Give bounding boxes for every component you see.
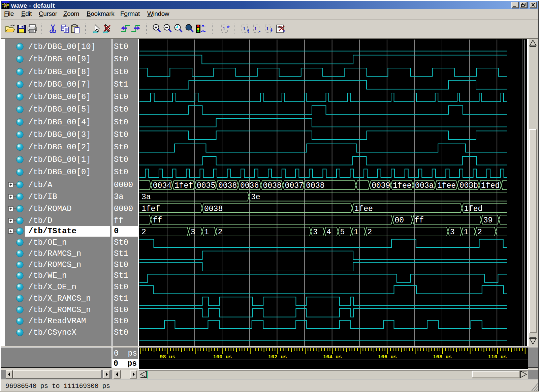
- svg-text:0035: 0035: [197, 181, 215, 190]
- svg-text:98 us: 98 us: [160, 354, 176, 360]
- svg-text:1fef: 1fef: [141, 205, 160, 213]
- svg-text:1fee: 1fee: [354, 205, 373, 213]
- svg-text:1fee: 1fee: [437, 181, 456, 190]
- svg-text:3: 3: [450, 228, 455, 237]
- svg-text:0036: 0036: [240, 181, 259, 190]
- svg-text:1: 1: [266, 26, 268, 31]
- svg-text:ff: ff: [414, 216, 424, 225]
- svg-text:003b: 003b: [459, 181, 478, 190]
- svg-text:0034: 0034: [153, 181, 171, 190]
- svg-text:0038: 0038: [263, 181, 282, 190]
- svg-text:0038: 0038: [218, 181, 237, 190]
- svg-text:0037: 0037: [285, 181, 304, 190]
- svg-text:3: 3: [313, 228, 318, 237]
- svg-text:1fee: 1fee: [393, 181, 411, 190]
- svg-text:104 us: 104 us: [323, 354, 342, 360]
- svg-text:2: 2: [141, 228, 146, 237]
- svg-text:100 us: 100 us: [213, 354, 232, 360]
- svg-text:0038: 0038: [204, 205, 223, 213]
- svg-text:1: 1: [254, 26, 257, 31]
- svg-text:1fed: 1fed: [464, 205, 482, 213]
- svg-text:4: 4: [326, 228, 331, 237]
- svg-text:1: 1: [204, 228, 209, 237]
- svg-text:3a: 3a: [141, 193, 151, 202]
- svg-text:110 us: 110 us: [488, 354, 507, 360]
- svg-text:2: 2: [477, 228, 482, 237]
- svg-text:1: 1: [464, 228, 468, 237]
- svg-text:2: 2: [218, 228, 222, 237]
- svg-text:1fef: 1fef: [175, 181, 193, 190]
- svg-text:003a: 003a: [415, 181, 434, 190]
- svg-text:1: 1: [243, 26, 245, 31]
- svg-text:102 us: 102 us: [268, 354, 287, 360]
- svg-text:00: 00: [394, 216, 404, 225]
- svg-text:3e: 3e: [251, 193, 260, 202]
- svg-text:108 us: 108 us: [433, 354, 452, 360]
- svg-text:0038: 0038: [306, 181, 324, 190]
- svg-text:3: 3: [191, 228, 195, 237]
- svg-text:39: 39: [483, 216, 493, 225]
- svg-text:5: 5: [340, 228, 345, 237]
- svg-text:1fed: 1fed: [481, 181, 500, 190]
- svg-text:1: 1: [223, 26, 225, 31]
- svg-text:0039: 0039: [372, 181, 390, 190]
- svg-text:2: 2: [368, 228, 372, 237]
- svg-text:1: 1: [354, 228, 358, 237]
- svg-text:106 us: 106 us: [378, 354, 397, 360]
- svg-text:ff: ff: [153, 216, 162, 225]
